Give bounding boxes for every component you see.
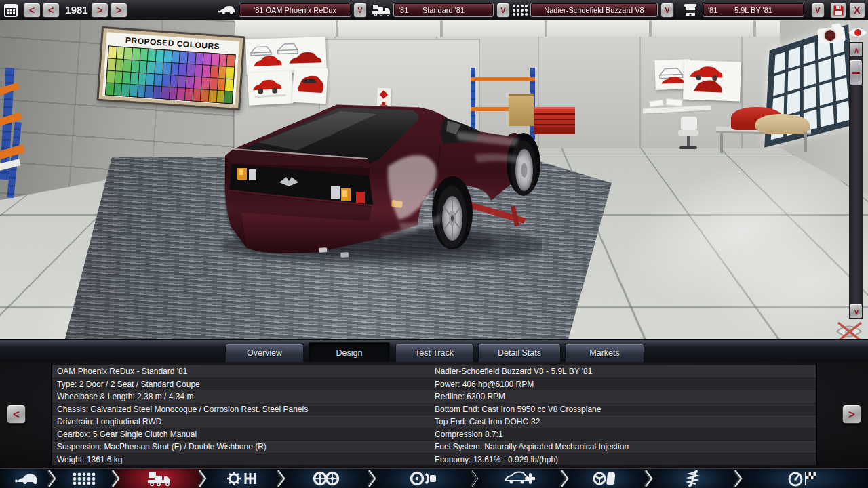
- save-floppy-icon[interactable]: [830, 2, 846, 18]
- spec-row: Chassis: Galvanized Steel Monocoque / Co…: [52, 403, 816, 415]
- variant-dropdown-value: 5.9L BY '81: [734, 6, 772, 14]
- tab-markets[interactable]: Markets: [565, 344, 644, 363]
- color-swatch: [161, 87, 170, 99]
- spec-text-left: Drivetrain: Longitudinal RWD: [57, 415, 162, 428]
- color-swatch: [218, 66, 226, 79]
- color-swatch: [123, 72, 131, 84]
- toolbar-car-model[interactable]: [0, 469, 52, 488]
- color-swatch: [171, 63, 179, 75]
- color-swatch: [186, 77, 194, 89]
- spec-text-left: OAM Phoenix ReDux - Standard '81: [57, 365, 187, 378]
- color-swatch: [106, 70, 115, 83]
- toolbar-engine[interactable]: [52, 469, 115, 488]
- garage-3d-viewport[interactable]: PROPOSED COLOURS: [0, 20, 868, 339]
- color-swatch: [163, 50, 172, 62]
- toolbar-interior[interactable]: [564, 469, 648, 488]
- spec-text-right: Nadier-Schoefield Buzzard V8 - 5.9L BY '…: [435, 365, 592, 378]
- tab-overview[interactable]: Overview: [225, 344, 304, 363]
- office-chair-base: [679, 146, 697, 149]
- toolbar-drivetrain[interactable]: [202, 469, 281, 488]
- scrollbar-handle[interactable]: [849, 60, 863, 85]
- spec-text-right: Economy: 13.61% - 0.929 lb/(hph): [435, 453, 558, 466]
- color-swatch: [130, 85, 138, 97]
- color-swatch: [186, 64, 195, 77]
- colour-swatch-grid: [105, 46, 236, 104]
- variant-dropdown[interactable]: '81 5.9L BY '81: [703, 3, 804, 17]
- color-swatch: [115, 71, 123, 83]
- panel-next-button[interactable]: >: [842, 405, 861, 424]
- eye-crossed-icon[interactable]: [833, 319, 865, 339]
- clay-model-buck: [755, 114, 810, 134]
- color-swatch: [155, 62, 163, 74]
- close-icon[interactable]: X: [849, 2, 865, 18]
- color-swatch: [211, 54, 219, 66]
- oil-filter-icon: [682, 3, 698, 20]
- panel-prev-button[interactable]: <: [7, 405, 26, 424]
- color-swatch: [123, 60, 132, 72]
- trim-dropdown[interactable]: '81 Standard '81: [393, 3, 494, 17]
- model-dropdown-arrow[interactable]: V: [353, 3, 367, 18]
- engine-icon: [71, 471, 96, 486]
- spec-row: Wheelbase & Length: 2.38 m / 4.34 mRedli…: [52, 390, 816, 403]
- color-swatch: [203, 53, 212, 65]
- app-window: < < 1981 > > '81 OAM Phoenix ReDux V '81…: [0, 0, 868, 488]
- camera-icon[interactable]: [816, 23, 848, 47]
- pallet-rack-beam: [471, 77, 535, 81]
- color-swatch: [172, 51, 180, 63]
- spec-text-right: Top End: Cast Iron DOHC-32: [435, 415, 540, 428]
- color-swatch: [145, 86, 153, 98]
- color-swatch: [170, 75, 178, 87]
- toolbar-trim[interactable]: [115, 469, 202, 488]
- color-swatch: [185, 89, 193, 101]
- car-render[interactable]: [217, 87, 542, 271]
- color-swatch: [138, 73, 146, 85]
- model-dropdown-value: '81 OAM Phoenix ReDux: [254, 6, 336, 14]
- color-swatch: [195, 65, 203, 77]
- color-swatch: [178, 76, 186, 88]
- year-forward-fast-button[interactable]: >: [110, 3, 127, 18]
- office-chair-seat: [678, 130, 698, 136]
- year-display: 1981: [62, 0, 91, 20]
- spec-text-right: Bottom End: Cast Iron 5950 cc V8 Crosspl…: [435, 403, 601, 416]
- year-forward-button[interactable]: >: [91, 3, 108, 18]
- variant-dropdown-arrow[interactable]: V: [811, 3, 825, 18]
- color-swatch: [219, 54, 227, 66]
- spec-summary-panel: < OAM Phoenix ReDux - Standard '81Nadier…: [0, 362, 868, 468]
- tab-detail-stats[interactable]: Detail Stats: [478, 344, 561, 363]
- toolbar-brakes[interactable]: [372, 469, 475, 488]
- toolbar-suspension[interactable]: [648, 469, 738, 488]
- tab-design[interactable]: Design: [309, 342, 390, 363]
- year-back-fast-button[interactable]: <: [23, 3, 41, 18]
- year-back-button[interactable]: <: [42, 3, 60, 18]
- color-swatch: [140, 49, 148, 61]
- spec-text-left: Wheelbase & Length: 2.38 m / 4.34 m: [57, 390, 193, 403]
- drivetrain-icon: [226, 470, 256, 487]
- model-dropdown[interactable]: '81 OAM Phoenix ReDux: [239, 3, 351, 17]
- toolbar-testing[interactable]: [738, 469, 868, 488]
- trim-dropdown-arrow[interactable]: V: [496, 3, 510, 18]
- tab-test-track[interactable]: Test Track: [395, 344, 473, 363]
- scrollbar-down-button[interactable]: ∨: [849, 304, 863, 319]
- engine-dropdown-arrow[interactable]: V: [660, 3, 674, 18]
- color-swatch: [132, 60, 140, 73]
- color-swatch: [227, 55, 235, 67]
- trim-transporter-icon: [146, 470, 171, 487]
- car-model-icon: [14, 472, 37, 485]
- engine-block-icon: [511, 3, 529, 19]
- spec-row: OAM Phoenix ReDux - Standard '81Nadier-S…: [52, 365, 816, 378]
- suspension-icon: [683, 470, 703, 487]
- toolbar-wheels[interactable]: [281, 469, 372, 488]
- eye-icon[interactable]: [847, 24, 868, 43]
- engine-dropdown[interactable]: Nadier-Schoefield Buzzard V8: [530, 3, 658, 17]
- scrollbar-up-button[interactable]: ∧: [849, 42, 863, 57]
- color-swatch: [124, 47, 132, 60]
- spec-text-right: Power: 406 hp@6100 RPM: [435, 378, 534, 391]
- color-swatch: [201, 77, 210, 89]
- spec-row: Drivetrain: Longitudinal RWDTop End: Cas…: [52, 415, 816, 428]
- spec-row: Gearbox: 5 Gear Single Clutch ManualComp…: [52, 428, 816, 441]
- trim-dropdown-year: '81: [399, 6, 408, 14]
- color-swatch: [226, 67, 234, 79]
- body-aero-icon: [504, 470, 535, 487]
- calendar-icon[interactable]: [3, 2, 19, 18]
- toolbar-body-aero[interactable]: [475, 469, 564, 488]
